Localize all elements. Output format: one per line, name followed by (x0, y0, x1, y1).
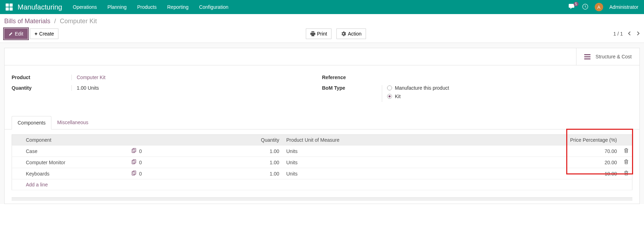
pencil-icon (9, 32, 13, 36)
svg-rect-6 (133, 171, 136, 174)
cell-component: Keyboards (23, 168, 128, 179)
svg-rect-5 (132, 172, 135, 175)
cell-uom: Units (283, 168, 424, 179)
breadcrumb-root[interactable]: Bills of Materials (4, 18, 50, 25)
quantity-label: Quantity (12, 85, 71, 91)
table-row[interactable]: Keyboards 0 1.00 Units 10.00 (12, 168, 632, 179)
radio-icon (387, 85, 392, 90)
menu-products[interactable]: Products (137, 4, 157, 10)
bars-icon (584, 54, 591, 59)
cell-sub: 0 (139, 148, 142, 154)
table-row[interactable]: Computer Monitor 0 1.00 Units 20.00 (12, 157, 632, 168)
tab-components[interactable]: Components (12, 116, 51, 129)
action-button[interactable]: Action (336, 28, 366, 39)
copy-icon[interactable] (132, 160, 138, 165)
cell-qty: 1.00 (156, 157, 283, 168)
quantity-value: 1.00 Units (71, 85, 322, 91)
table-header-row: Component Quantity Product Unit of Measu… (12, 135, 632, 146)
th-component[interactable]: Component (23, 135, 128, 146)
radio-checked-icon (387, 94, 392, 99)
edit-button[interactable]: Edit (4, 28, 28, 39)
cell-sub: 0 (139, 160, 142, 165)
svg-rect-1 (132, 149, 135, 153)
product-label: Product (12, 75, 71, 80)
menu-configuration[interactable]: Configuration (199, 4, 228, 10)
svg-rect-4 (133, 160, 136, 163)
main-menu: Operations Planning Products Reporting C… (73, 4, 569, 10)
add-line-link[interactable]: Add a line (26, 182, 48, 187)
cell-uom: Units (283, 146, 424, 157)
tabs: Components Miscellaneous (5, 116, 639, 129)
print-button[interactable]: Print (306, 28, 332, 39)
table-row[interactable]: Case 0 1.00 Units 70.00 (12, 146, 632, 157)
tab-miscellaneous[interactable]: Miscellaneous (51, 116, 94, 129)
breadcrumb-leaf: Computer Kit (60, 18, 97, 25)
copy-icon[interactable] (132, 148, 138, 154)
bom-type-label: BoM Type (322, 85, 382, 91)
breadcrumb-sep: / (54, 18, 56, 25)
plus-icon: + (34, 31, 37, 37)
menu-operations[interactable]: Operations (73, 4, 97, 10)
structure-cost-button[interactable]: Structure & Cost (576, 48, 639, 65)
menu-reporting[interactable]: Reporting (167, 4, 189, 10)
bom-type-kit[interactable]: Kit (387, 94, 632, 99)
highlight-annotation (566, 129, 633, 174)
activity-icon[interactable] (582, 4, 588, 11)
control-panel: Bills of Materials / Computer Kit Edit +… (0, 14, 644, 43)
bom-type-radios: Manufacture this product Kit (382, 85, 632, 102)
svg-rect-3 (132, 160, 135, 164)
menu-planning[interactable]: Planning (107, 4, 127, 10)
cell-component: Case (23, 146, 128, 157)
product-value[interactable]: Computer Kit (71, 75, 322, 80)
messaging-icon[interactable]: 5 (569, 4, 576, 11)
gear-icon (341, 31, 346, 36)
add-line-row: Add a line (12, 179, 632, 190)
cell-component: Computer Monitor (23, 157, 128, 168)
top-navbar: Manufacturing Operations Planning Produc… (0, 0, 644, 14)
th-uom[interactable]: Product Unit of Measure (283, 135, 424, 146)
pager-prev-icon[interactable] (628, 31, 631, 37)
app-brand[interactable]: Manufacturing (18, 3, 62, 11)
pager-next-icon[interactable] (636, 31, 640, 37)
user-avatar[interactable]: A (595, 3, 603, 11)
pager-text[interactable]: 1 / 1 (613, 31, 623, 37)
copy-icon[interactable] (132, 171, 138, 177)
user-name[interactable]: Administrator (610, 4, 638, 10)
apps-icon[interactable] (6, 4, 13, 11)
cell-sub: 0 (139, 171, 142, 177)
message-count-badge: 5 (574, 2, 579, 6)
cell-uom: Units (283, 157, 424, 168)
form-sheet: Structure & Cost Product Computer Kit Qu… (4, 48, 640, 204)
horizontal-scrollbar[interactable] (12, 197, 632, 201)
components-table: Component Quantity Product Unit of Measu… (12, 134, 632, 190)
cell-qty: 1.00 (156, 168, 283, 179)
bom-type-manufacture[interactable]: Manufacture this product (387, 85, 632, 91)
print-icon (310, 31, 315, 36)
create-button[interactable]: + Create (30, 28, 58, 39)
svg-rect-2 (133, 148, 136, 152)
reference-label: Reference (322, 75, 382, 80)
cell-qty: 1.00 (156, 146, 283, 157)
breadcrumb: Bills of Materials / Computer Kit (4, 18, 640, 25)
th-quantity[interactable]: Quantity (156, 135, 283, 146)
